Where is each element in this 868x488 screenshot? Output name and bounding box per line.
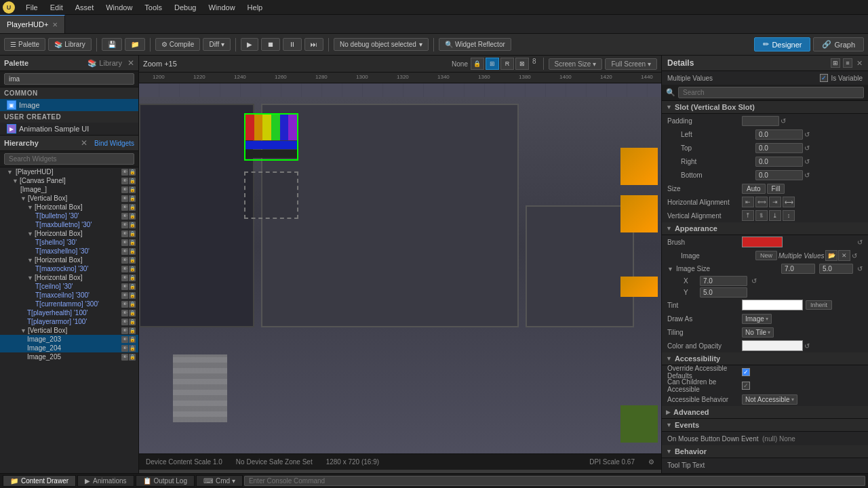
fill-btn[interactable]: Fill: [767, 184, 785, 194]
menu-file[interactable]: File: [20, 2, 43, 13]
hier-e10[interactable]: 👁: [121, 248, 128, 255]
grid-size-btn[interactable]: ⊠: [515, 58, 529, 70]
hier-l11[interactable]: 🔒: [129, 257, 136, 264]
advanced-section[interactable]: ▶ Advanced: [662, 406, 868, 419]
palette-item-animation[interactable]: ▶ Animation Sample UI: [0, 123, 138, 135]
hier-hbox2[interactable]: ▼ [Horizontal Box] 👁🔒: [0, 229, 138, 238]
palette-btn[interactable]: ☰ Palette: [4, 38, 45, 51]
accessibility-section[interactable]: ▼ Accessibility: [662, 352, 868, 365]
browse-btn[interactable]: 📁: [125, 38, 145, 51]
hier-l8[interactable]: 🔒: [129, 230, 136, 237]
play-btn[interactable]: ▶: [241, 38, 258, 51]
widget-reflector-btn[interactable]: 🔍 Widget Reflector: [439, 38, 511, 51]
hier-l18[interactable]: 🔒: [129, 319, 136, 325]
can-children-checkbox[interactable]: ✓: [742, 382, 750, 390]
reset-left[interactable]: ↺: [804, 131, 810, 138]
hier-icon-eye[interactable]: 👁: [121, 169, 128, 176]
palette-search-input[interactable]: [4, 73, 134, 85]
hier-currentammo[interactable]: T[currentammo] '300' 👁🔒: [0, 300, 138, 308]
save-btn[interactable]: 💾: [102, 38, 122, 51]
img-size-x-field[interactable]: [781, 264, 815, 274]
details-grid-btn[interactable]: ⊞: [831, 58, 840, 68]
hier-e8[interactable]: 👁: [121, 230, 128, 237]
hier-l15[interactable]: 🔒: [129, 292, 136, 299]
menu-help[interactable]: Help: [242, 2, 269, 13]
tab-playerhud[interactable]: PlayerHUD+ ✕: [0, 15, 65, 33]
hier-e18[interactable]: 👁: [121, 319, 128, 325]
compile-btn[interactable]: ⚙ Compile: [155, 38, 201, 51]
reset-color[interactable]: ↺: [804, 342, 810, 350]
hier-bulletno[interactable]: T[bulletno] '30' 👁🔒: [0, 211, 138, 220]
brush-swatch[interactable]: [742, 237, 783, 247]
img-size-y-field[interactable]: [819, 264, 853, 274]
new-btn[interactable]: New: [755, 251, 777, 260]
console-input[interactable]: [244, 476, 865, 486]
hier-icon-lock2[interactable]: 🔒: [129, 178, 136, 184]
library-btn[interactable]: 📚 Library: [48, 38, 92, 51]
selected-widget[interactable]: [244, 113, 298, 161]
menu-edit[interactable]: Edit: [45, 2, 68, 13]
hier-hbox3[interactable]: ▼ [Horizontal Box] 👁🔒: [0, 256, 138, 264]
hier-e13[interactable]: 👁: [121, 274, 128, 281]
reset-right[interactable]: ↺: [804, 158, 810, 165]
hier-e15[interactable]: 👁: [121, 292, 128, 299]
settings-icon[interactable]: ⚙: [648, 458, 654, 466]
hier-e5[interactable]: 👁: [121, 204, 128, 211]
hier-icon-lock[interactable]: 🔒: [129, 169, 136, 176]
content-drawer-tab[interactable]: 📁 Content Drawer: [3, 475, 76, 487]
designer-btn[interactable]: ✏ Designer: [754, 37, 810, 52]
hier-l7[interactable]: 🔒: [129, 222, 136, 228]
browse-img-btn[interactable]: 📂: [825, 250, 837, 261]
hier-icon-l4[interactable]: 🔒: [129, 195, 136, 202]
hier-image[interactable]: [Image_] 👁🔒: [0, 185, 138, 194]
hier-e11[interactable]: 👁: [121, 257, 128, 264]
hier-e7[interactable]: 👁: [121, 222, 128, 228]
hier-l20[interactable]: 🔒: [129, 336, 136, 343]
hier-shellno[interactable]: T[shellno] '30' 👁🔒: [0, 238, 138, 247]
padding-input[interactable]: [742, 116, 779, 126]
hier-ceilno[interactable]: T[ceilno] '30' 👁🔒: [0, 282, 138, 291]
pause-btn[interactable]: ⏸: [283, 38, 302, 51]
hier-l12[interactable]: 🔒: [129, 266, 136, 272]
hier-icon-eye3[interactable]: 👁: [121, 186, 128, 193]
bind-widgets-btn[interactable]: Bind Widgets: [94, 140, 134, 147]
hier-e22[interactable]: 👁: [121, 354, 128, 361]
hier-e19[interactable]: 👁: [121, 327, 128, 334]
hier-maxceilno[interactable]: T[maxceilno] '300' 👁🔒: [0, 291, 138, 300]
tab-close[interactable]: ✕: [52, 21, 58, 28]
menu-asset[interactable]: Asset: [70, 2, 100, 13]
hier-l5[interactable]: 🔒: [129, 204, 136, 211]
tint-swatch[interactable]: [742, 300, 803, 310]
hier-e14[interactable]: 👁: [121, 283, 128, 290]
step-btn[interactable]: ⏭: [304, 38, 323, 51]
details-list-btn[interactable]: ≡: [843, 58, 852, 68]
reset-image[interactable]: ↺: [852, 252, 857, 260]
color-opacity-swatch[interactable]: [742, 340, 803, 351]
clear-img-btn[interactable]: ✕: [838, 250, 850, 261]
dashed-widget[interactable]: [244, 171, 298, 219]
hier-l6[interactable]: 🔒: [129, 213, 136, 220]
reset-x[interactable]: ↺: [751, 277, 757, 285]
menu-tools[interactable]: Tools: [139, 2, 167, 13]
hierarchy-close[interactable]: ✕: [81, 138, 87, 148]
hier-maxshellno[interactable]: T[maxshellno] '30' 👁🔒: [0, 247, 138, 256]
image-size-row[interactable]: ▼ Image Size ↺: [662, 262, 868, 275]
is-variable-checkbox[interactable]: [820, 74, 828, 82]
reset-brush[interactable]: ↺: [857, 239, 863, 246]
hier-vbox2[interactable]: ▼ [Vertical Box] 👁🔒: [0, 326, 138, 335]
hier-e21[interactable]: 👁: [121, 345, 128, 352]
h-align-left[interactable]: ⇤: [742, 197, 754, 207]
left-input[interactable]: [755, 129, 803, 140]
hier-e17[interactable]: 👁: [121, 310, 128, 317]
hier-l14[interactable]: 🔒: [129, 283, 136, 290]
animations-tab[interactable]: ▶ Animations: [77, 475, 134, 487]
reset-top[interactable]: ↺: [804, 144, 810, 152]
palette-item-image[interactable]: ▣ Image: [0, 99, 138, 111]
v-align-bottom[interactable]: ⤓: [769, 210, 781, 221]
cmd-tab[interactable]: ⌨ Cmd ▾: [196, 475, 243, 487]
top-input[interactable]: [755, 143, 803, 153]
screen-size-btn[interactable]: Screen Size ▾: [549, 58, 603, 70]
auto-btn[interactable]: Auto: [742, 184, 766, 194]
hier-l9[interactable]: 🔒: [129, 239, 136, 246]
hier-image205[interactable]: Image_205 👁🔒: [0, 352, 138, 361]
